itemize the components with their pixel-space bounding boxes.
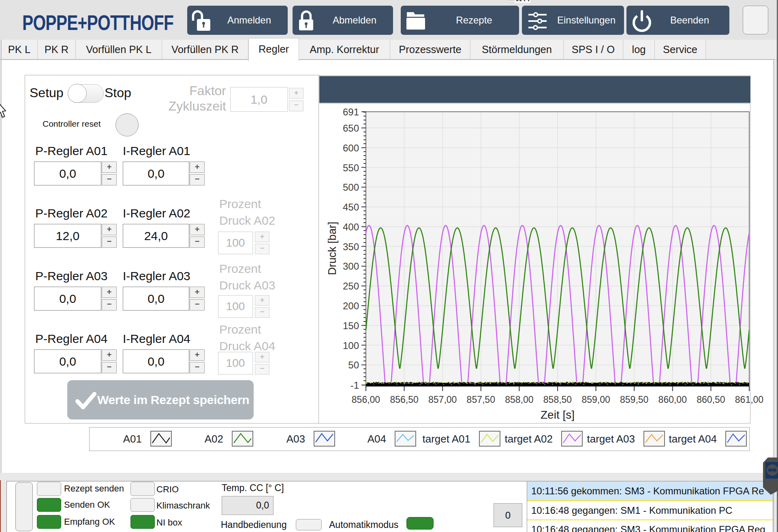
svg-text:650: 650 bbox=[343, 123, 359, 134]
svg-text:858,50: 858,50 bbox=[543, 394, 572, 405]
svg-text:691: 691 bbox=[343, 106, 359, 117]
svg-text:350: 350 bbox=[343, 241, 359, 252]
svg-text:200: 200 bbox=[343, 300, 359, 311]
svg-text:Druck [bar]: Druck [bar] bbox=[326, 221, 338, 275]
svg-text:500: 500 bbox=[343, 182, 359, 193]
svg-text:857,00: 857,00 bbox=[428, 394, 457, 405]
svg-text:860,50: 860,50 bbox=[697, 394, 725, 405]
svg-text:150: 150 bbox=[343, 320, 359, 331]
svg-text:-1: -1 bbox=[351, 380, 359, 391]
svg-text:550: 550 bbox=[343, 162, 359, 173]
svg-text:858,00: 858,00 bbox=[505, 394, 533, 405]
svg-text:856,00: 856,00 bbox=[352, 394, 380, 405]
svg-text:859,50: 859,50 bbox=[620, 394, 648, 405]
svg-text:856,50: 856,50 bbox=[390, 394, 418, 405]
svg-text:300: 300 bbox=[343, 261, 359, 272]
svg-text:250: 250 bbox=[343, 281, 359, 292]
svg-text:450: 450 bbox=[343, 202, 359, 213]
svg-text:861,00: 861,00 bbox=[735, 394, 763, 405]
svg-text:100: 100 bbox=[343, 340, 359, 351]
svg-text:859,00: 859,00 bbox=[581, 394, 610, 405]
svg-text:857,50: 857,50 bbox=[467, 394, 495, 405]
svg-text:860,00: 860,00 bbox=[658, 394, 687, 405]
svg-text:Zeit [s]: Zeit [s] bbox=[541, 409, 575, 421]
svg-text:400: 400 bbox=[343, 221, 359, 232]
svg-text:50: 50 bbox=[348, 360, 359, 370]
svg-text:600: 600 bbox=[343, 143, 359, 153]
